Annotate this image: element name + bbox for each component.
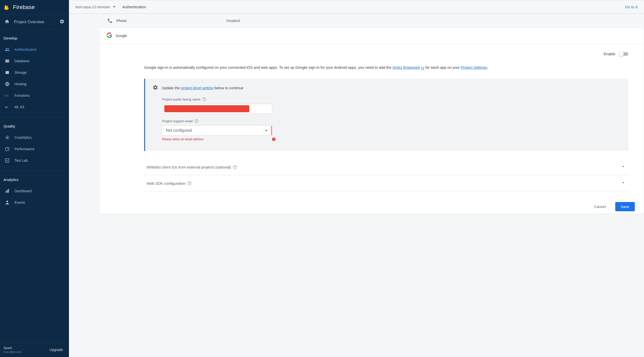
firebase-logo[interactable]: Firebase [0, 0, 69, 14]
enable-toggle[interactable] [619, 52, 628, 56]
functions-icon: (··) [4, 93, 10, 98]
sidebar-footer: Spark Free $0/month Upgrade [0, 342, 69, 357]
main: test-caca-12-remove Authentication Go to… [69, 0, 644, 357]
mlkit-icon: ᴍʟ [4, 104, 10, 110]
nav-label: Storage [14, 71, 27, 75]
help-icon[interactable]: ? [233, 165, 237, 169]
sidebar-scroll[interactable]: Develop Authentication Database Storage … [0, 30, 69, 342]
expander-label: Whitelist client IDs from external proje… [147, 165, 231, 169]
gauge-icon [4, 146, 10, 152]
breadcrumb-page: Authentication [122, 5, 146, 9]
storage-icon [4, 70, 10, 75]
nav-label: Hosting [14, 82, 26, 86]
external-link-icon [421, 66, 424, 70]
project-settings-link[interactable]: Project Settings [461, 65, 487, 70]
project-name: test-caca-12-remove [76, 5, 110, 9]
provider-row-phone[interactable]: Phone Disabled [99, 14, 644, 28]
plan-info: Spark Free $0/month [4, 346, 22, 353]
project-overview-row: Project Overview [0, 14, 69, 30]
phone-icon [107, 18, 113, 24]
nav-label: Dashboard [14, 189, 32, 193]
svg-rect-7 [7, 190, 8, 193]
sha1-fingerprint-link[interactable]: SHA1 fingerprint [392, 65, 420, 70]
nav-label: Authentication [14, 48, 37, 52]
sidebar-item-storage[interactable]: Storage [0, 67, 69, 78]
content: Phone Disabled Google Enable Google sig [69, 14, 644, 357]
public-name-input[interactable] [162, 104, 272, 114]
sidebar-item-performance[interactable]: Performance [0, 143, 69, 155]
section-analytics-header: Analytics [0, 171, 69, 185]
sidebar-item-authentication[interactable]: Authentication [0, 44, 69, 55]
sidebar-item-hosting[interactable]: Hosting [0, 78, 69, 90]
sidebar-item-events[interactable]: Events [0, 197, 69, 208]
nav-label: Crashlytics [14, 136, 32, 140]
gear-icon [153, 85, 158, 91]
provider-status: Disabled [226, 19, 240, 23]
help-icon[interactable]: ? [202, 98, 206, 101]
field-support-email: Project support email ? Not configured P… [153, 119, 621, 141]
sidebar-item-database[interactable]: Database [0, 55, 69, 67]
support-email-value: Not configured [166, 128, 192, 133]
card-header: Google [99, 28, 644, 44]
redacted-value [164, 105, 249, 112]
svg-point-3 [7, 137, 8, 138]
section-quality-header: Quality [0, 118, 69, 132]
error-row: Please select an email address ! [162, 138, 276, 141]
plan-name: Spark [4, 346, 22, 350]
project-settings-button[interactable] [54, 15, 69, 29]
expander-whitelist[interactable]: Whitelist client IDs from external proje… [144, 159, 628, 175]
brand-text: Firebase [13, 4, 35, 11]
project-overview-label: Project Overview [14, 20, 44, 24]
sidebar-item-crashlytics[interactable]: Crashlytics [0, 132, 69, 143]
support-email-select[interactable]: Not configured [162, 126, 272, 136]
expander-websdk[interactable]: Web SDK configuration ? [144, 175, 628, 191]
gear-icon [60, 19, 64, 25]
toggle-knob [619, 52, 624, 57]
card-body: Enable Google sign-in is automatically c… [99, 44, 644, 196]
save-button[interactable]: Save [615, 202, 635, 211]
upgrade-button[interactable]: Upgrade [47, 346, 66, 353]
setting-head: Update the project-level setting below t… [153, 85, 621, 91]
provider-title: Google [116, 34, 127, 38]
svg-rect-6 [6, 191, 6, 193]
help-icon[interactable]: ? [194, 119, 198, 123]
public-name-label: Project public-facing name [162, 98, 200, 101]
field-public-name: Project public-facing name ? [153, 98, 621, 114]
project-level-setting-link[interactable]: project-level setting [181, 86, 213, 90]
error-message: Please select an email address [162, 138, 204, 141]
sidebar-item-mlkit[interactable]: ᴍʟ ML Kit [0, 101, 69, 113]
globe-icon [4, 81, 10, 87]
chevron-down-icon [621, 164, 626, 170]
sidebar: Firebase Project Overview Develop Authen… [0, 0, 69, 357]
checklist-icon [4, 158, 10, 163]
section-develop-header: Develop [0, 30, 69, 44]
person-icon [4, 200, 10, 205]
firebase-flame-icon [4, 3, 10, 11]
enable-row: Enable [144, 52, 628, 56]
help-icon[interactable]: ? [188, 181, 191, 185]
project-overview-link[interactable]: Project Overview [0, 15, 54, 29]
sidebar-item-functions[interactable]: (··) Functions [0, 90, 69, 101]
nav-label: Database [14, 59, 30, 63]
bar-chart-icon [4, 188, 10, 194]
nav-label: Performance [14, 147, 34, 151]
nav-label: Events [14, 200, 25, 204]
go-to-docs-link[interactable]: Go to d [625, 5, 638, 9]
svg-text:(··): (··) [5, 94, 8, 97]
intro-text: Google sign-in is automatically configur… [144, 65, 628, 70]
svg-text:ᴍʟ: ᴍʟ [5, 106, 8, 109]
provider-name: Phone [116, 19, 226, 23]
provider-card-google: Google Enable Google sign-in is automati… [99, 28, 644, 214]
nav-label: ML Kit [14, 105, 24, 109]
svg-rect-8 [8, 189, 9, 193]
sidebar-item-dashboard[interactable]: Dashboard [0, 185, 69, 197]
cancel-button[interactable]: Cancel [590, 202, 610, 211]
sidebar-item-testlab[interactable]: Test Lab [0, 155, 69, 166]
topbar: test-caca-12-remove Authentication Go to… [69, 0, 644, 14]
error-icon: ! [272, 138, 276, 141]
support-email-label: Project support email [162, 119, 192, 123]
project-selector[interactable]: test-caca-12-remove [76, 5, 116, 9]
card-actions: Cancel Save [99, 196, 644, 214]
chevron-down-icon [265, 130, 268, 131]
nav-label: Test Lab [14, 159, 28, 163]
